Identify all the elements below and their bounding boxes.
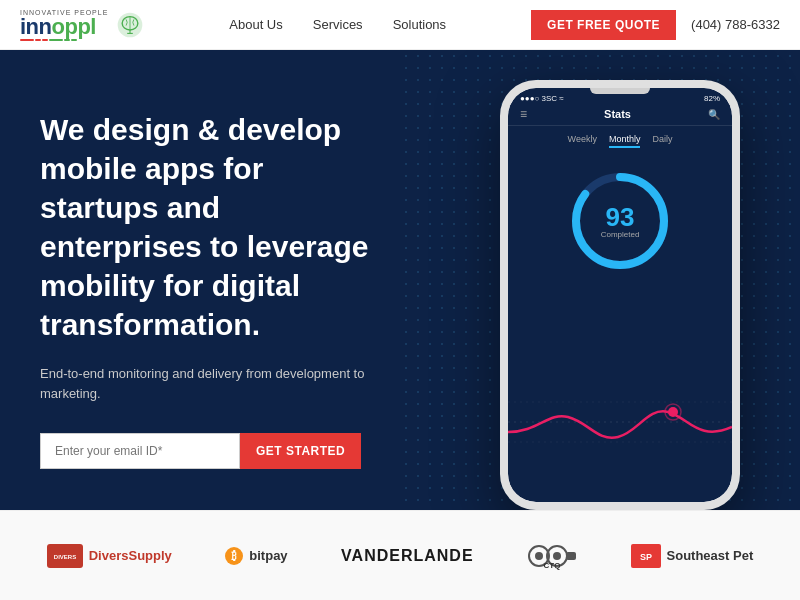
clients-bar: DIVERS DiversSupply ₿ bitpay VANDERLANDE… [0,510,800,600]
bitcoin-icon: ₿ [225,547,243,565]
nav-solutions[interactable]: Solutions [393,17,446,32]
hero-section: We design & develop mobile apps for star… [0,50,800,510]
ctq-icon: CTQ [527,542,577,570]
tab-monthly[interactable]: Monthly [609,134,641,148]
nav-about[interactable]: About Us [229,17,282,32]
svg-text:DIVERS: DIVERS [54,554,76,560]
app-title: Stats [527,108,708,120]
circular-chart: 93 Completed [565,166,675,276]
chart-area: 93 Completed [508,156,732,286]
get-started-button[interactable]: GET STARTED [240,433,361,469]
chart-label: Completed [601,230,640,239]
phone-app-header: ≡ Stats 🔍 [508,103,732,126]
hero-subtitle: End-to-end monitoring and delivery from … [40,364,380,403]
menu-icon: ≡ [520,107,527,121]
phone-tabs: Weekly Monthly Daily [508,126,732,156]
hero-title: We design & develop mobile apps for star… [40,110,380,344]
client-diverssupply: DIVERS DiversSupply [47,544,172,568]
svg-rect-18 [566,552,576,560]
svg-point-17 [553,552,561,560]
southeast-icon: SP [631,544,661,568]
svg-point-16 [535,552,543,560]
hero-form: GET STARTED [40,433,380,469]
get-free-quote-button[interactable]: GET FREE QUOTE [531,10,676,40]
client-southeast-pet: SP Southeast Pet [631,544,754,568]
header: INNOVATIVE PEOPLE innoppl About Us [0,0,800,50]
main-nav: About Us Services Solutions [229,17,446,32]
wave-chart [508,382,732,462]
svg-text:SP: SP [640,552,652,562]
hero-content: We design & develop mobile apps for star… [0,50,420,509]
email-input[interactable] [40,433,240,469]
tab-weekly[interactable]: Weekly [568,134,597,148]
search-icon: 🔍 [708,109,720,120]
client-ctq: CTQ [527,542,577,570]
client-vanderlande: VANDERLANDE [341,547,473,565]
logo-name: innoppl [20,16,108,38]
phone-number: (404) 788-6332 [691,17,780,32]
carrier-text: ●●●○ 3SC ≈ [520,94,564,103]
phone-mockup: ●●●○ 3SC ≈ 82% ≡ Stats 🔍 Weekly Monthly … [500,80,740,510]
svg-text:CTQ: CTQ [544,561,561,570]
svg-point-10 [668,407,678,417]
southeast-text: Southeast Pet [667,548,754,563]
bitpay-text: bitpay [249,548,287,563]
battery-text: 82% [704,94,720,103]
nav-services[interactable]: Services [313,17,363,32]
tab-daily[interactable]: Daily [652,134,672,148]
vanderlande-text: VANDERLANDE [341,547,473,565]
divers-text: DiversSupply [89,548,172,563]
brain-icon [116,11,144,39]
header-right: GET FREE QUOTE (404) 788-6332 [531,10,780,40]
client-bitpay: ₿ bitpay [225,547,287,565]
divers-icon: DIVERS [47,544,83,568]
chart-number: 93 [601,204,640,230]
logo[interactable]: INNOVATIVE PEOPLE innoppl [20,9,144,41]
